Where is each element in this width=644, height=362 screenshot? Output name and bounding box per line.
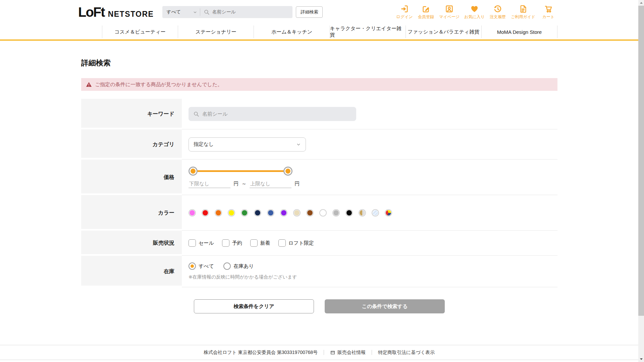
- color-swatch-red[interactable]: [202, 209, 209, 217]
- stock-row: 在庫 すべて 在庫あり ※在庫情報の反映に時間がかかる場合がございます: [81, 256, 557, 287]
- scrollbar-up-arrow[interactable]: [638, 0, 644, 6]
- color-swatch-white[interactable]: [319, 209, 327, 217]
- radio-button[interactable]: [223, 262, 231, 270]
- radio-all[interactable]: すべて: [189, 262, 214, 270]
- keyword-input-box: [189, 107, 356, 121]
- page: LoFt NETSTORE すべて 詳細検索 ログイン: [0, 0, 644, 362]
- slider-handle-min[interactable]: [189, 167, 198, 176]
- header-search-input[interactable]: [212, 9, 289, 15]
- color-swatch-purple[interactable]: [280, 209, 287, 217]
- keyword-row: キーワード: [81, 99, 557, 129]
- scrollbar-thumb[interactable]: [638, 6, 644, 316]
- advanced-search-button[interactable]: 詳細検索: [296, 6, 323, 18]
- color-swatch-gray[interactable]: [332, 209, 340, 217]
- search-icon: [193, 111, 200, 117]
- quick-links: ログイン 会員登録 マイページ お気に入り 注文履歴: [396, 4, 557, 20]
- radio-in-stock[interactable]: 在庫あり: [223, 262, 254, 270]
- footer-divider: [324, 350, 324, 355]
- seller-info-link[interactable]: 販売会社情報: [330, 350, 366, 356]
- color-swatch-gold-silver[interactable]: [359, 209, 366, 217]
- price-label: 価格: [81, 160, 182, 195]
- radio-button[interactable]: [189, 262, 196, 270]
- checkbox-sale[interactable]: セール: [189, 239, 214, 247]
- checkbox-preorder[interactable]: 予約: [222, 239, 242, 247]
- vertical-scrollbar[interactable]: [638, 0, 644, 362]
- mypage-icon: [445, 4, 454, 13]
- color-swatch-brown[interactable]: [306, 209, 314, 217]
- quick-link-label: お気に入り: [464, 14, 485, 20]
- history-clock-icon: [493, 4, 502, 13]
- commerce-law-label: 特定商取引法に基づく表示: [378, 350, 435, 356]
- yen-label: 円: [294, 181, 300, 187]
- company-registration-text: 株式会社ロフト 東京都公安委員会 第303319700768号: [204, 350, 318, 356]
- login-link[interactable]: ログイン: [396, 4, 413, 20]
- commerce-law-link[interactable]: 特定商取引法に基づく表示: [378, 350, 435, 356]
- site-header: LoFt NETSTORE すべて 詳細検索 ログイン: [0, 0, 644, 41]
- color-swatch-black[interactable]: [345, 209, 353, 217]
- color-swatch-yellow[interactable]: [228, 209, 235, 217]
- checkbox[interactable]: [189, 239, 196, 247]
- nav-item-cosmetics[interactable]: コスメ＆ビューティー: [102, 25, 178, 38]
- checkbox[interactable]: [222, 239, 229, 247]
- checkbox[interactable]: [278, 239, 286, 247]
- color-swatch-blue[interactable]: [267, 209, 274, 217]
- color-swatch-pink[interactable]: [189, 209, 196, 217]
- clear-conditions-button[interactable]: 検索条件をクリア: [194, 299, 314, 313]
- slider-handle-max[interactable]: [283, 167, 292, 176]
- stock-note: ※在庫情報の反映に時間がかかる場合がございます: [189, 274, 297, 280]
- price-max-input[interactable]: [250, 180, 291, 188]
- quick-link-label: ご利用ガイド: [511, 14, 535, 20]
- register-link[interactable]: 会員登録: [418, 4, 434, 20]
- stock-label: 在庫: [81, 256, 182, 287]
- checkbox-label: 新着: [260, 240, 270, 246]
- footer-divider: [372, 350, 372, 355]
- checkbox-label: ロフト限定: [288, 240, 314, 246]
- search-category-select[interactable]: すべて: [162, 6, 200, 18]
- mypage-link[interactable]: マイページ: [439, 4, 460, 20]
- checkbox-new[interactable]: 新着: [250, 239, 270, 247]
- category-select[interactable]: 指定なし: [189, 137, 306, 152]
- search-with-conditions-button[interactable]: この条件で検索する: [325, 299, 445, 313]
- page-title: 詳細検索: [81, 58, 557, 68]
- yen-label: 円: [233, 181, 238, 187]
- price-min-input[interactable]: [189, 180, 230, 188]
- color-label: カラー: [81, 195, 182, 231]
- range-separator: ～: [241, 181, 247, 187]
- quick-link-label: ログイン: [396, 14, 413, 20]
- color-swatch-green[interactable]: [241, 209, 248, 217]
- loft-logo[interactable]: LoFt NETSTORE: [78, 5, 154, 20]
- cart-link[interactable]: カート: [540, 4, 557, 20]
- nav-item-stationery[interactable]: ステーショナリー: [178, 25, 254, 38]
- nav-item-fashion-variety[interactable]: ファッション＆バラエティ雑貨: [406, 25, 481, 38]
- quick-link-label: カート: [542, 14, 555, 20]
- color-swatch-navy[interactable]: [254, 209, 261, 217]
- logo-netstore-text: NETSTORE: [108, 10, 154, 19]
- color-swatch-beige[interactable]: [293, 209, 301, 217]
- color-row: カラー: [81, 195, 557, 231]
- keyword-label: キーワード: [81, 99, 182, 129]
- category-row: カテゴリ 指定なし: [81, 129, 557, 160]
- cart-icon: [544, 4, 553, 13]
- guide-link[interactable]: ご利用ガイド: [511, 4, 535, 20]
- nav-item-character-goods[interactable]: キャラクター・クリエイター雑貨: [330, 25, 406, 38]
- price-row: 価格 円 ～ 円: [81, 160, 557, 195]
- checkbox[interactable]: [250, 239, 258, 247]
- favorites-link[interactable]: お気に入り: [464, 4, 485, 20]
- keyword-input[interactable]: [202, 111, 352, 117]
- heart-icon: [470, 4, 479, 13]
- quick-link-label: 会員登録: [418, 14, 434, 20]
- no-results-error: ご指定の条件に一致する商品が見つかりませんでした。: [81, 78, 557, 91]
- color-swatch-orange[interactable]: [215, 209, 222, 217]
- scrollbar-down-arrow[interactable]: [638, 356, 644, 362]
- site-footer: 株式会社ロフト 東京都公安委員会 第303319700768号 販売会社情報 特…: [0, 345, 638, 360]
- order-history-link[interactable]: 注文履歴: [489, 4, 506, 20]
- search-input-wrap: [200, 9, 292, 15]
- nav-item-home-kitchen[interactable]: ホーム＆キッチン: [254, 25, 329, 38]
- nav-item-moma[interactable]: MoMA Design Store: [481, 25, 557, 38]
- color-swatch-clear[interactable]: [372, 209, 379, 217]
- color-swatch-multi[interactable]: [385, 209, 392, 217]
- guide-document-icon: [519, 4, 528, 13]
- quick-link-label: マイページ: [439, 14, 460, 20]
- chevron-down-icon: [296, 142, 301, 147]
- checkbox-loft-limited[interactable]: ロフト限定: [278, 239, 314, 247]
